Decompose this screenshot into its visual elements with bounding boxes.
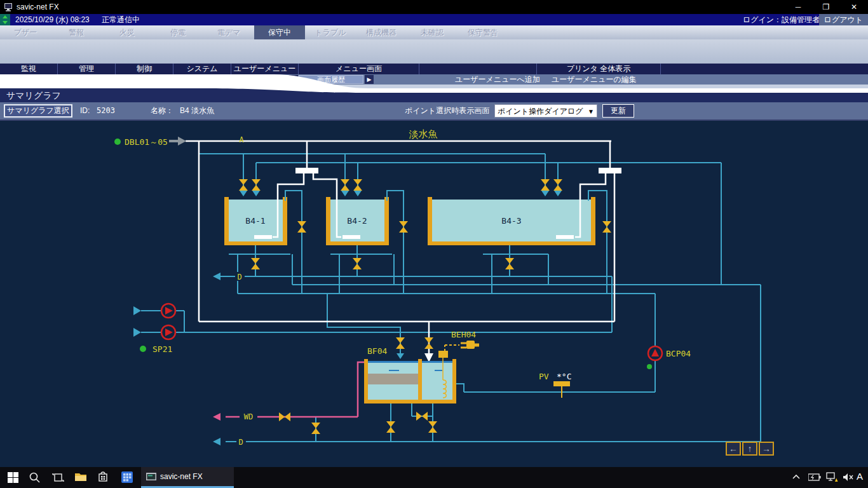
history-back-icon[interactable]: ◀ xyxy=(289,75,298,84)
ime-indicator[interactable]: A xyxy=(857,471,863,482)
pinned-app-icon[interactable] xyxy=(121,471,133,483)
tray-chevron-up-icon[interactable] xyxy=(792,473,801,481)
pump-icon[interactable] xyxy=(161,304,175,318)
valve-icon[interactable] xyxy=(386,421,395,433)
valve-icon[interactable] xyxy=(311,423,320,434)
minimize-button[interactable]: ─ xyxy=(784,0,812,14)
valve-icon[interactable] xyxy=(416,412,428,421)
status-datetime: 2025/10/29 (水) 08:23 xyxy=(15,14,90,25)
pump-bcp04-icon[interactable] xyxy=(648,346,662,360)
tab-maintenance-active[interactable]: 保守中 xyxy=(254,25,305,39)
valve-icon[interactable] xyxy=(297,221,306,233)
tank-label: B4-3 xyxy=(501,216,521,226)
drain-label: D xyxy=(237,273,241,281)
valve-icon[interactable] xyxy=(396,337,405,349)
valve-icon[interactable] xyxy=(553,179,562,191)
tab-trouble[interactable]: トラブル xyxy=(305,25,356,39)
diagram-title: 淡水魚 xyxy=(409,128,438,139)
tab-demand[interactable]: 電デマ xyxy=(203,25,254,39)
valve-icon[interactable] xyxy=(399,221,408,233)
tank-label: B4-2 xyxy=(347,216,367,226)
battery-charging-icon[interactable] xyxy=(808,473,821,482)
valve-icon[interactable] xyxy=(541,179,550,191)
task-view-icon[interactable] xyxy=(52,472,64,483)
login-user-label: ログイン：設備管理者 xyxy=(743,14,820,25)
summary-graph-select-button[interactable]: サマリグラフ選択 xyxy=(4,104,72,118)
valve-icon[interactable] xyxy=(505,258,514,269)
header-tee xyxy=(599,168,621,173)
file-explorer-icon[interactable] xyxy=(75,472,86,482)
screen-history-button[interactable]: 画面履歴 xyxy=(299,75,363,84)
process-diagram: B4-1 B4-2 B4-3 xyxy=(0,121,868,467)
menu-manage[interactable]: 管理 xyxy=(58,64,116,74)
page-left-button[interactable]: ← xyxy=(726,442,741,456)
store-icon[interactable] xyxy=(98,471,108,483)
speaker-muted-icon[interactable] xyxy=(843,472,854,482)
valve-icon[interactable] xyxy=(428,421,437,433)
temp-sensor-icon[interactable] xyxy=(553,381,570,398)
tab-power-fail[interactable]: 停電 xyxy=(153,25,203,39)
window-title-bar: savic-net FX ─ ❐ ✕ xyxy=(0,0,868,14)
pump-icon[interactable] xyxy=(161,325,175,339)
status-dot-sp21 xyxy=(140,346,146,352)
logout-button[interactable]: ログアウト xyxy=(819,14,868,25)
tab-maint-warning[interactable]: 保守警告 xyxy=(458,25,508,39)
comm-status: 正常通信中 xyxy=(102,14,140,25)
page-up-button[interactable]: ↑ xyxy=(742,442,757,456)
tab-unconfirmed[interactable]: 未確認 xyxy=(407,25,458,39)
add-to-user-menu-link[interactable]: ユーザーメニューへ追加 xyxy=(455,74,540,85)
menu-screen[interactable]: メニュー画面 xyxy=(299,64,419,74)
close-button[interactable]: ✕ xyxy=(840,0,868,14)
status-bar: 2025/10/29 (水) 08:23 正常通信中 ログイン：設備管理者 ログ… xyxy=(0,14,868,25)
app-icon xyxy=(4,3,13,11)
refresh-button[interactable]: 更新 xyxy=(602,104,634,118)
waste-label: WD xyxy=(244,412,253,421)
name-value: B4 淡水魚 xyxy=(180,102,214,119)
search-icon[interactable] xyxy=(29,472,40,483)
sub-menu-bar: ◀ 画面履歴 ▶ ユーザーメニューへ追加 ユーザーメニューの編集 xyxy=(0,74,868,85)
id-label: ID: xyxy=(80,102,90,119)
alarm-tab-row: ブザー 警報 火災 停電 電デマ 保守中 トラブル 構成機器 未確認 保守警告 xyxy=(0,25,868,39)
menu-system[interactable]: システム xyxy=(173,64,231,74)
history-forward-icon[interactable]: ▶ xyxy=(365,75,374,84)
point-dialog-dropdown[interactable]: ポイント操作ダイアログ ▼ xyxy=(494,104,597,118)
valve-icon[interactable] xyxy=(239,179,248,191)
edit-user-menu-link[interactable]: ユーザーメニューの編集 xyxy=(552,74,637,85)
valve-icon[interactable] xyxy=(252,179,261,191)
diffuser xyxy=(342,235,360,239)
tab-fire[interactable]: 火災 xyxy=(102,25,153,39)
point-display-label: ポイント選択時表示画面 xyxy=(405,102,489,119)
valve-icon[interactable] xyxy=(602,221,611,233)
diffuser xyxy=(254,235,272,239)
valve-icon[interactable] xyxy=(251,258,260,269)
restore-button[interactable]: ❐ xyxy=(812,0,840,14)
menu-user-menu[interactable]: ユーザーメニュー xyxy=(231,64,299,74)
menu-printer-fullview[interactable]: プリンタ 全体表示 xyxy=(537,64,661,74)
start-button-icon[interactable] xyxy=(8,472,18,483)
dropdown-value: ポイント操作ダイアログ xyxy=(495,107,583,116)
tab-alarm[interactable]: 警報 xyxy=(51,25,102,39)
wd-flow-arrow xyxy=(213,413,220,421)
tab-equipment[interactable]: 構成機器 xyxy=(356,25,407,39)
window-title: savic-net FX xyxy=(17,0,59,14)
white-supply-pipes xyxy=(186,141,614,353)
tank-label: B4-1 xyxy=(245,216,265,226)
valve-icon[interactable] xyxy=(424,337,433,349)
valve-icon[interactable] xyxy=(279,412,290,421)
valve-icon[interactable] xyxy=(341,179,349,191)
app-window-icon xyxy=(146,473,156,482)
network-warning-icon[interactable] xyxy=(826,472,838,482)
drain2-label: D xyxy=(238,438,243,447)
tab-buzzer[interactable]: ブザー xyxy=(0,25,51,39)
header-tee xyxy=(295,168,318,173)
menu-monitor[interactable]: 監視 xyxy=(0,64,58,74)
page-right-button[interactable]: → xyxy=(759,442,774,456)
chevron-down-icon: ▼ xyxy=(588,105,594,118)
valve-icon[interactable] xyxy=(353,179,362,191)
taskbar-app-button[interactable]: savic-net FX xyxy=(141,467,234,488)
header-spacer-band xyxy=(0,39,868,64)
inlet-arrow-icon xyxy=(169,137,186,146)
menu-control[interactable]: 制御 xyxy=(116,64,173,74)
valve-icon[interactable] xyxy=(353,258,362,269)
comm-updown-icon xyxy=(0,14,10,25)
